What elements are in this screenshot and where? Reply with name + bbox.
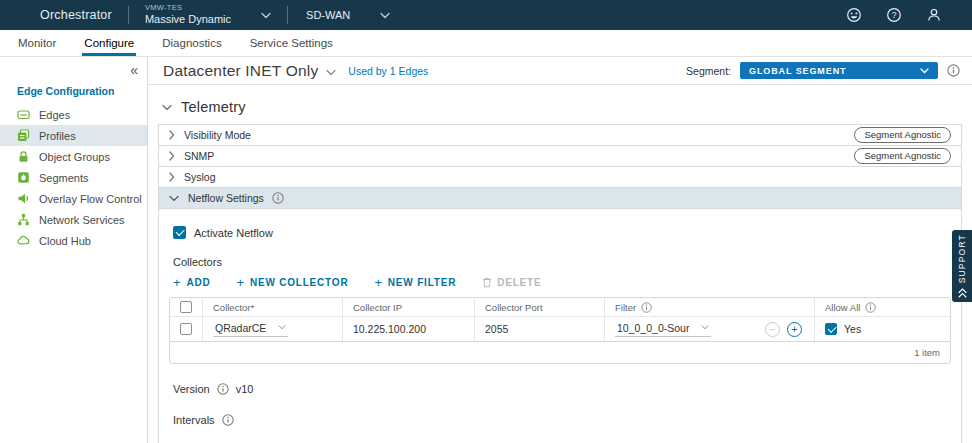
sidebar-item-segments[interactable]: Segments xyxy=(0,167,147,188)
telemetry-chevron-down-icon xyxy=(162,104,172,111)
organization-chevron-down-icon[interactable] xyxy=(261,12,271,19)
used-by-edges-link[interactable]: Used by 1 Edges xyxy=(348,65,428,77)
netflow-info-icon[interactable] xyxy=(272,192,284,204)
chevron-up-icon xyxy=(958,288,967,298)
trash-icon xyxy=(482,277,492,288)
item-count: 1 item xyxy=(914,347,940,358)
sidebar-item-network-services[interactable]: Network Services xyxy=(0,209,147,230)
accordion-netflow-settings[interactable]: Netflow Settings xyxy=(158,187,962,209)
chevron-right-icon xyxy=(169,151,175,161)
plus-icon: + xyxy=(374,278,382,288)
allow-all-info-icon[interactable] xyxy=(865,302,876,313)
add-button[interactable]: + ADD xyxy=(173,277,210,288)
organization-switcher[interactable]: VMW-TES Massive Dynamic xyxy=(145,4,231,25)
sidebar-item-cloud-hub[interactable]: Cloud Hub xyxy=(0,230,147,251)
profile-name: Datacenter INET Only xyxy=(163,62,318,80)
intervals-label: Intervals xyxy=(173,414,215,426)
user-icon[interactable] xyxy=(926,7,942,23)
sidebar-item-label: Cloud Hub xyxy=(39,235,91,247)
chevron-right-icon xyxy=(169,130,175,140)
network-services-icon xyxy=(17,213,30,226)
help-icon[interactable]: ? xyxy=(886,7,902,23)
allow-all-checkbox[interactable] xyxy=(825,323,837,335)
organization-type-label: VMW-TES xyxy=(145,4,231,13)
cloud-hub-icon xyxy=(17,234,30,247)
tab-monitor[interactable]: Monitor xyxy=(18,30,56,56)
table-row: QRadarCE 10.225.100.200 2055 10_0_0_0-So… xyxy=(170,316,950,341)
product-title: Orchestrator xyxy=(40,8,112,22)
topbar-divider xyxy=(287,6,288,24)
accordion-syslog[interactable]: Syslog xyxy=(158,166,962,188)
filter-select[interactable]: 10_0_0_0-Sour xyxy=(615,322,711,337)
segment-select-value: GLOBAL SEGMENT xyxy=(749,66,846,76)
support-tab[interactable]: SUPPORT xyxy=(952,230,972,302)
version-info-icon[interactable] xyxy=(217,383,229,395)
segment-info-icon[interactable] xyxy=(947,64,960,77)
tab-configure[interactable]: Configure xyxy=(84,30,134,56)
feedback-smiley-icon[interactable] xyxy=(846,7,862,23)
table-footer: 1 item xyxy=(170,341,950,363)
add-row-button[interactable]: + xyxy=(787,322,802,337)
telemetry-section-header[interactable]: Telemetry xyxy=(162,99,962,115)
organization-name: Massive Dynamic xyxy=(145,13,231,26)
version-value: v10 xyxy=(236,383,254,395)
overlay-flow-control-icon xyxy=(17,192,30,205)
nav-tab-bar: Monitor Configure Diagnostics Service Se… xyxy=(0,30,972,57)
profile-chevron-down-icon[interactable] xyxy=(326,69,336,76)
filter-info-icon[interactable] xyxy=(641,302,652,313)
sidebar-item-object-groups[interactable]: Object Groups xyxy=(0,146,147,167)
collectors-label: Collectors xyxy=(173,256,951,268)
profiles-icon xyxy=(17,129,30,142)
sidebar-item-label: Segments xyxy=(39,172,89,184)
sidebar-item-overlay-flow-control[interactable]: Overlay Flow Control xyxy=(0,188,147,209)
accordion-label: Syslog xyxy=(184,171,216,183)
object-groups-icon xyxy=(17,150,30,163)
chevron-down-icon xyxy=(169,195,179,202)
activate-netflow-checkbox[interactable] xyxy=(173,226,186,239)
edges-icon xyxy=(17,108,30,121)
accordion-snmp[interactable]: SNMP Segment Agnostic xyxy=(158,145,962,167)
sidebar-collapse-icon[interactable]: « xyxy=(130,63,138,77)
telemetry-title: Telemetry xyxy=(181,99,246,115)
collector-port-value: 2055 xyxy=(474,317,604,341)
segment-select-button[interactable]: GLOBAL SEGMENT xyxy=(740,62,938,79)
sidebar-item-edges[interactable]: Edges xyxy=(0,104,147,125)
intervals-info-icon[interactable] xyxy=(222,414,234,426)
column-header-allow-all: Allow All xyxy=(814,298,950,316)
collector-select[interactable]: QRadarCE xyxy=(213,322,288,337)
sidebar-title: Edge Configuration xyxy=(0,57,147,104)
collectors-toolbar: + ADD + NEW COLLECTOR + NEW FILTER DELET… xyxy=(173,277,951,288)
segment-agnostic-badge: Segment Agnostic xyxy=(854,127,951,143)
sidebar-item-label: Object Groups xyxy=(39,151,110,163)
accordion-label: Visibility Mode xyxy=(184,129,251,141)
topbar-actions: ? xyxy=(846,7,942,23)
segment-agnostic-badge: Segment Agnostic xyxy=(854,148,951,164)
segment-label: Segment: xyxy=(686,65,731,77)
top-bar: Orchestrator VMW-TES Massive Dynamic SD-… xyxy=(0,0,972,30)
service-chevron-down-icon[interactable] xyxy=(380,12,390,19)
column-header-collector-port: Collector Port xyxy=(474,298,604,316)
new-collector-button[interactable]: + NEW COLLECTOR xyxy=(236,277,348,288)
segments-icon xyxy=(17,171,30,184)
plus-icon: + xyxy=(173,278,181,288)
accordion-visibility-mode[interactable]: Visibility Mode Segment Agnostic xyxy=(158,124,962,146)
svg-text:?: ? xyxy=(892,10,897,20)
chevron-right-icon xyxy=(169,172,175,182)
profile-header: Datacenter INET Only Used by 1 Edges Seg… xyxy=(148,57,972,85)
sidebar-item-label: Profiles xyxy=(39,130,76,142)
row-select-checkbox[interactable] xyxy=(180,323,192,335)
sidebar-item-profiles[interactable]: Profiles xyxy=(0,125,147,146)
sidebar-item-label: Overlay Flow Control xyxy=(39,193,142,205)
remove-row-button[interactable]: − xyxy=(765,322,780,337)
select-all-checkbox[interactable] xyxy=(180,301,192,313)
sidebar-item-label: Edges xyxy=(39,109,70,121)
collector-ip-value: 10.225.100.200 xyxy=(342,317,474,341)
service-switcher[interactable]: SD-WAN xyxy=(306,9,350,21)
collectors-table: Collector* Collector IP Collector Port F… xyxy=(169,297,951,364)
tab-diagnostics[interactable]: Diagnostics xyxy=(162,30,221,56)
topbar-divider xyxy=(128,6,129,24)
delete-button[interactable]: DELETE xyxy=(482,277,541,288)
table-header-row: Collector* Collector IP Collector Port F… xyxy=(170,298,950,316)
new-filter-button[interactable]: + NEW FILTER xyxy=(374,277,456,288)
tab-service-settings[interactable]: Service Settings xyxy=(250,30,333,56)
